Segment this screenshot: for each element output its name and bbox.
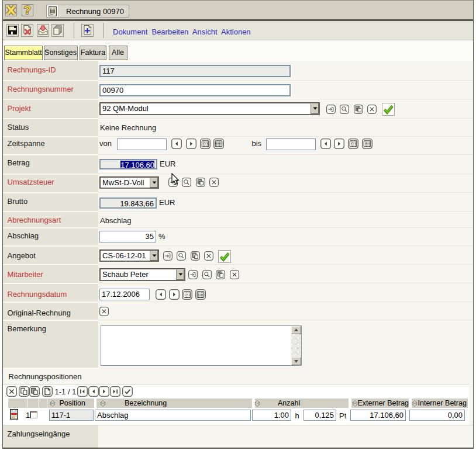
svg-text:?: ? [24,4,32,16]
